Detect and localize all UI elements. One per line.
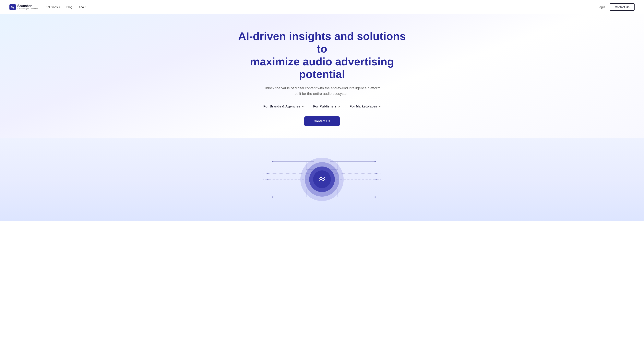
nav-left: Sounder A Triton Digital Company Solutio… (10, 4, 86, 10)
svg-point-10 (374, 161, 376, 162)
publishers-arrow-icon: ↗ (338, 105, 340, 108)
svg-point-8 (267, 173, 268, 174)
nav-links: Solutions ▾ Blog About (46, 5, 86, 9)
hero-solution-links: For Brands & Agencies ↗ For Publishers ↗… (10, 105, 634, 108)
sounder-logo-icon (10, 4, 16, 10)
mid-circle (305, 162, 339, 197)
nav-contact-button[interactable]: Contact Us (610, 3, 634, 11)
svg-point-4 (376, 179, 377, 180)
center-logo (300, 158, 344, 201)
logo-text: Sounder A Triton Digital Company (17, 4, 38, 10)
nav-blog[interactable]: Blog (66, 5, 72, 9)
publishers-link[interactable]: For Publishers ↗ (313, 105, 340, 108)
marketplaces-link[interactable]: For Marketplaces ↗ (350, 105, 380, 108)
logo[interactable]: Sounder A Triton Digital Company (10, 4, 38, 10)
brands-agencies-link[interactable]: For Brands & Agencies ↗ (264, 105, 304, 108)
sounder-s-icon (317, 174, 327, 184)
navbar: Sounder A Triton Digital Company Solutio… (0, 0, 644, 14)
svg-point-9 (272, 161, 274, 162)
hero-section: AI-driven insights and solutions to maxi… (0, 14, 644, 138)
nav-about[interactable]: About (79, 5, 86, 9)
svg-point-11 (272, 196, 274, 198)
brands-arrow-icon: ↗ (301, 105, 304, 108)
svg-point-2 (267, 179, 268, 180)
nav-right: Login Contact Us (598, 3, 634, 11)
svg-point-12 (374, 196, 376, 198)
illustration-section (0, 138, 644, 221)
logo-badge (313, 170, 331, 188)
illustration-wrapper (253, 150, 391, 209)
login-button[interactable]: Login (598, 5, 605, 9)
outer-circle (300, 158, 344, 201)
svg-point-6 (376, 173, 377, 174)
inner-circle (309, 167, 335, 192)
nav-solutions[interactable]: Solutions ▾ (46, 5, 60, 9)
hero-subtitle: Unlock the value of digital content with… (263, 85, 381, 97)
logo-subtitle: A Triton Digital Company (17, 8, 38, 10)
hero-contact-button[interactable]: Contact Us (304, 116, 340, 126)
logo-name: Sounder (17, 4, 38, 8)
marketplaces-arrow-icon: ↗ (378, 105, 380, 108)
hero-title: AI-driven insights and solutions to maxi… (234, 30, 410, 81)
solutions-chevron-icon: ▾ (59, 6, 60, 8)
